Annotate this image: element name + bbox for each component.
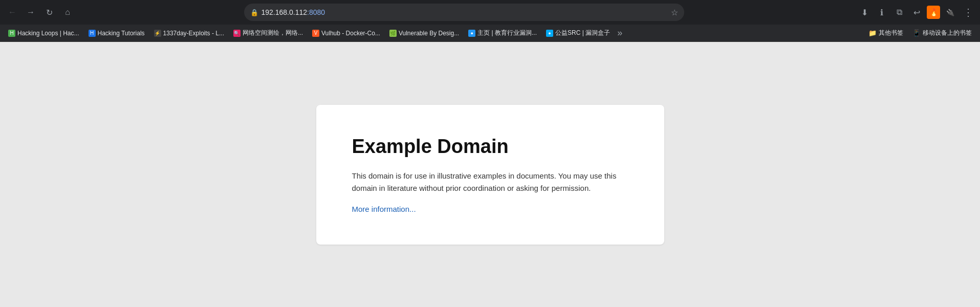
address-text: 192.168.0.112:8080 <box>262 8 668 16</box>
bm-favicon-2: H <box>89 30 96 37</box>
other-bookmarks-folder[interactable]: 📁 其他书签 <box>864 27 907 39</box>
nav-bar: ← → ↻ ⌂ 🔒 192.168.0.112:8080 ☆ ⬇ ℹ ⧉ ↩ 🔥… <box>0 0 980 25</box>
bm-favicon-7: ● <box>468 30 475 37</box>
menu-button[interactable]: ⋮ <box>961 5 975 19</box>
page-content: Example Domain This domain is for use in… <box>0 42 980 307</box>
other-bookmarks-label: 其他书签 <box>879 29 903 37</box>
browser-extension-icon[interactable]: 🔌 <box>943 5 957 19</box>
nav-right-icons: ⬇ ℹ ⧉ ↩ 🔥 🔌 ⋮ <box>857 5 975 19</box>
bm-label-3: 1337day-Exploits - L... <box>163 30 224 37</box>
bm-favicon-1: H <box>8 30 15 37</box>
bm-label-4: 网络空间测绘，网络... <box>243 29 303 37</box>
bm-label-8: 公益SRC | 漏洞盒子 <box>555 29 610 37</box>
bm-favicon-8: ● <box>546 30 553 37</box>
bm-favicon-5: V <box>312 30 319 37</box>
forward-button[interactable]: → <box>24 5 38 19</box>
bookmark-network-map[interactable]: 🔍 网络空间测绘，网络... <box>229 27 307 39</box>
downloads-button[interactable]: ⬇ <box>857 5 872 19</box>
bookmark-hacking-tutorials[interactable]: H Hacking Tutorials <box>84 28 149 39</box>
bookmark-hacking-loops[interactable]: H Hacking Loops | Hac... <box>4 28 83 39</box>
bookmark-1337day[interactable]: ⚡ 1337day-Exploits - L... <box>150 28 228 39</box>
bookmark-src-box[interactable]: ● 公益SRC | 漏洞盒子 <box>542 27 614 39</box>
bm-label-6: Vulnerable By Desig... <box>399 30 459 37</box>
bm-label-7: 主页 | 教育行业漏洞... <box>477 29 537 37</box>
more-info-link[interactable]: More information... <box>352 205 416 213</box>
mobile-bookmarks-folder[interactable]: 📱 移动设备上的书签 <box>908 27 976 39</box>
bookmark-vulhub[interactable]: V Vulhub - Docker-Co... <box>308 28 384 39</box>
back-button[interactable]: ← <box>5 5 19 19</box>
bookmarks-overflow-btn[interactable]: » <box>617 28 622 38</box>
bookmark-vulnerable-by-design[interactable]: 🌿 Vulnerable By Desig... <box>385 28 463 39</box>
info-button[interactable]: ℹ <box>875 5 889 19</box>
lock-icon: 🔒 <box>250 9 258 16</box>
bm-label-5: Vulhub - Docker-Co... <box>321 30 380 37</box>
page-title: Example Domain <box>352 136 628 158</box>
extensions-button[interactable]: ⧉ <box>892 5 906 19</box>
home-button[interactable]: ⌂ <box>60 5 75 19</box>
address-bar[interactable]: 🔒 192.168.0.112:8080 ☆ <box>244 4 684 21</box>
browser-chrome: ← → ↻ ⌂ 🔒 192.168.0.112:8080 ☆ ⬇ ℹ ⧉ ↩ 🔥… <box>0 0 980 42</box>
bm-favicon-3: ⚡ <box>154 30 161 37</box>
page-body: This domain is for use in illustrative e… <box>352 170 628 194</box>
bookmark-star-icon[interactable]: ☆ <box>671 8 678 17</box>
reload-button[interactable]: ↻ <box>42 5 56 19</box>
bm-label-1: Hacking Loops | Hac... <box>17 30 79 37</box>
folder-icon-mobile: 📱 <box>912 29 921 37</box>
undo-button[interactable]: ↩ <box>909 5 924 19</box>
bookmarks-bar: H Hacking Loops | Hac... H Hacking Tutor… <box>0 25 980 42</box>
bookmark-edu-vuln[interactable]: ● 主页 | 教育行业漏洞... <box>464 27 541 39</box>
folder-icon-other: 📁 <box>868 29 877 37</box>
profile-icon[interactable]: 🔥 <box>927 6 940 19</box>
bm-favicon-4: 🔍 <box>233 30 241 37</box>
mobile-bookmarks-label: 移动设备上的书签 <box>923 29 972 37</box>
bm-label-2: Hacking Tutorials <box>98 30 145 37</box>
bm-favicon-6: 🌿 <box>389 30 397 37</box>
content-card: Example Domain This domain is for use in… <box>316 105 664 245</box>
